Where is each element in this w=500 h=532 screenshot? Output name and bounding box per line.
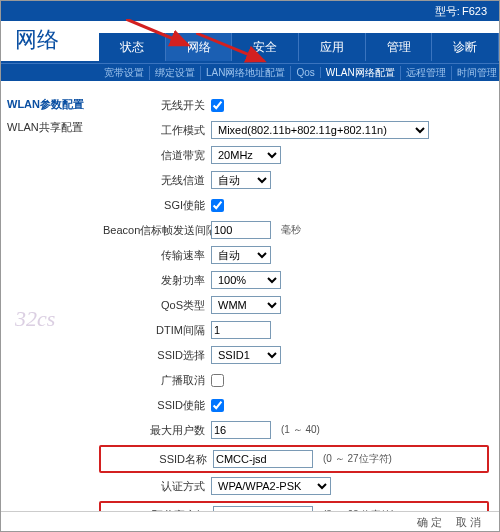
sgi-checkbox[interactable]: [211, 199, 224, 212]
beacon-label: Beacon信标帧发送间隔: [103, 223, 211, 238]
ch-label: 无线信道: [103, 173, 211, 188]
sub-qos[interactable]: Qos: [291, 67, 320, 78]
highlight-ssid: SSID名称(0 ～ 27位字符): [99, 445, 489, 473]
maxu-label: 最大用户数: [103, 423, 211, 438]
ssid-en-label: SSID使能: [103, 398, 211, 413]
tab-security[interactable]: 安全: [232, 33, 299, 61]
ssid-sel[interactable]: SSID1: [211, 346, 281, 364]
cancel-button[interactable]: 取 消: [456, 515, 481, 530]
ssid-name-input[interactable]: [213, 450, 313, 468]
model-label: 型号:: [435, 4, 460, 19]
tab-manage[interactable]: 管理: [366, 33, 433, 61]
highlight-psk: WPA预共享密钥(8 ～ 63 位字符): [99, 501, 489, 511]
maxu-note: (1 ～ 40): [281, 423, 320, 437]
psk-label: WPA预共享密钥: [105, 508, 213, 512]
qos-select[interactable]: WMM: [211, 296, 281, 314]
sub-bind[interactable]: 绑定设置: [150, 66, 201, 80]
maxu-input[interactable]: [211, 421, 271, 439]
ssid-en-checkbox[interactable]: [211, 399, 224, 412]
ssid-name-label: SSID名称: [105, 452, 213, 467]
model-bar: 型号: F623: [1, 1, 499, 21]
form-panel: 无线开关 工作模式Mixed(802.11b+802.11g+802.11n) …: [99, 81, 499, 511]
qos-label: QoS类型: [103, 298, 211, 313]
sub-time[interactable]: 时间管理: [452, 66, 500, 80]
sidebar-item-wlan-share[interactable]: WLAN共享配置: [1, 116, 99, 139]
sub-broadband[interactable]: 宽带设置: [99, 66, 150, 80]
psk-note: (8 ～ 63 位字符): [323, 508, 395, 511]
sub-tabs: 宽带设置 绑定设置 LAN网络地址配置 Qos WLAN网络配置 远程管理 时间…: [1, 63, 499, 81]
ssid-name-note: (0 ～ 27位字符): [323, 452, 392, 466]
tab-app[interactable]: 应用: [299, 33, 366, 61]
header: 网络 状态 网络 安全 应用 管理 诊断: [1, 21, 499, 63]
tab-diag[interactable]: 诊断: [432, 33, 499, 61]
psk-input[interactable]: [213, 506, 313, 511]
mode-select[interactable]: Mixed(802.11b+802.11g+802.11n): [211, 121, 429, 139]
sgi-label: SGI使能: [103, 198, 211, 213]
ssid-sel-label: SSID选择: [103, 348, 211, 363]
dtim-label: DTIM间隔: [103, 323, 211, 338]
auth-select[interactable]: WPA/WPA2-PSK: [211, 477, 331, 495]
beacon-input[interactable]: [211, 221, 271, 239]
power-label: 发射功率: [103, 273, 211, 288]
model-value: F623: [462, 5, 487, 17]
ch-select[interactable]: 自动: [211, 171, 271, 189]
wifi-switch-checkbox[interactable]: [211, 99, 224, 112]
bw-label: 信道带宽: [103, 148, 211, 163]
rate-select[interactable]: 自动: [211, 246, 271, 264]
mode-label: 工作模式: [103, 123, 211, 138]
sub-wlan[interactable]: WLAN网络配置: [321, 66, 401, 80]
power-select[interactable]: 100%: [211, 271, 281, 289]
bcast-checkbox[interactable]: [211, 374, 224, 387]
sub-lan[interactable]: LAN网络地址配置: [201, 66, 291, 80]
beacon-unit: 毫秒: [281, 223, 301, 237]
ok-button[interactable]: 确 定: [417, 515, 442, 530]
main-tabs: 状态 网络 安全 应用 管理 诊断: [99, 33, 499, 61]
wifi-switch-label: 无线开关: [103, 98, 211, 113]
sidebar-item-wlan-params[interactable]: WLAN参数配置: [1, 93, 99, 116]
tab-status[interactable]: 状态: [99, 33, 166, 61]
rate-label: 传输速率: [103, 248, 211, 263]
footer-bar: 确 定 取 消: [1, 511, 499, 532]
dtim-input[interactable]: [211, 321, 271, 339]
sidebar: WLAN参数配置 WLAN共享配置: [1, 81, 99, 511]
bw-select[interactable]: 20MHz: [211, 146, 281, 164]
tab-network[interactable]: 网络: [166, 33, 233, 61]
sub-remote[interactable]: 远程管理: [401, 66, 452, 80]
bcast-label: 广播取消: [103, 373, 211, 388]
auth-label: 认证方式: [103, 479, 211, 494]
page-title: 网络: [1, 25, 99, 61]
